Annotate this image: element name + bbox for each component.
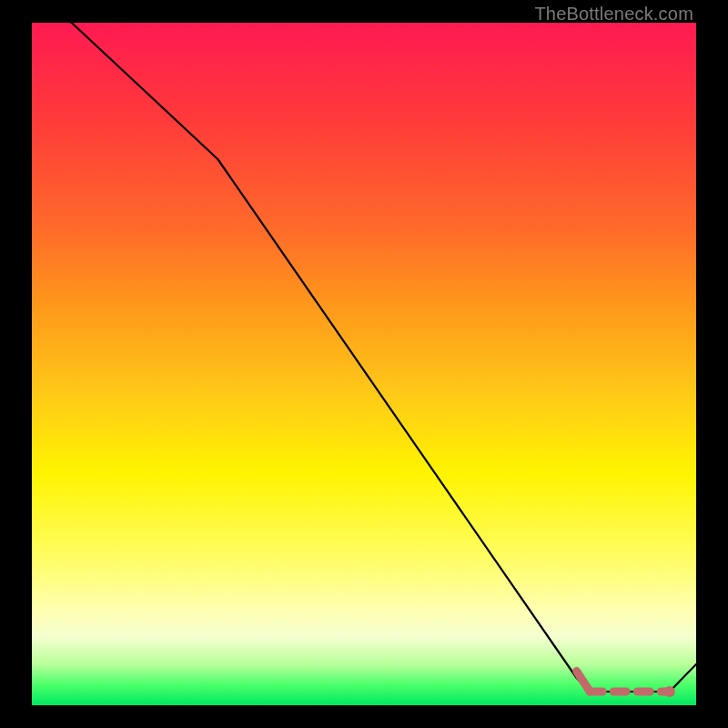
bottleneck-curve xyxy=(32,0,696,692)
watermark-text: TheBottleneck.com xyxy=(534,4,693,25)
chart-frame: TheBottleneck.com xyxy=(0,0,728,728)
chart-overlay xyxy=(32,23,696,705)
minimum-marker xyxy=(664,686,675,697)
